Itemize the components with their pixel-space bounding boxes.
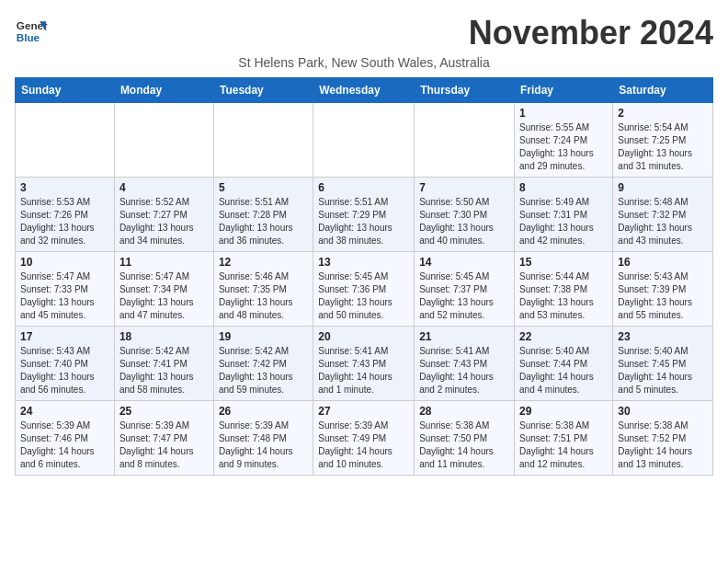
day-info: Sunrise: 5:40 AM Sunset: 7:44 PM Dayligh… xyxy=(519,345,608,396)
day-info: Sunrise: 5:45 AM Sunset: 7:36 PM Dayligh… xyxy=(318,270,409,322)
day-number: 15 xyxy=(519,256,608,269)
calendar-cell: 13Sunrise: 5:45 AM Sunset: 7:36 PM Dayli… xyxy=(313,251,415,326)
header-day-monday: Monday xyxy=(114,77,213,102)
calendar-cell: 24Sunrise: 5:39 AM Sunset: 7:46 PM Dayli… xyxy=(16,400,115,475)
calendar-cell: 3Sunrise: 5:53 AM Sunset: 7:26 PM Daylig… xyxy=(16,177,115,251)
calendar-cell: 18Sunrise: 5:42 AM Sunset: 7:41 PM Dayli… xyxy=(114,326,213,400)
day-info: Sunrise: 5:50 AM Sunset: 7:30 PM Dayligh… xyxy=(419,196,509,247)
day-info: Sunrise: 5:42 AM Sunset: 7:41 PM Dayligh… xyxy=(119,345,209,396)
header-day-tuesday: Tuesday xyxy=(213,77,313,102)
day-number: 29 xyxy=(519,405,608,418)
calendar-cell: 26Sunrise: 5:39 AM Sunset: 7:48 PM Dayli… xyxy=(213,400,313,475)
header-day-friday: Friday xyxy=(515,77,613,102)
calendar-cell: 1Sunrise: 5:55 AM Sunset: 7:24 PM Daylig… xyxy=(515,102,613,177)
day-number: 21 xyxy=(419,330,509,343)
day-info: Sunrise: 5:41 AM Sunset: 7:43 PM Dayligh… xyxy=(419,345,509,396)
header-day-saturday: Saturday xyxy=(613,77,713,102)
day-number: 6 xyxy=(318,181,409,194)
svg-text:Blue: Blue xyxy=(17,31,40,43)
calendar-table: SundayMondayTuesdayWednesdayThursdayFrid… xyxy=(15,77,713,476)
calendar-cell: 6Sunrise: 5:51 AM Sunset: 7:29 PM Daylig… xyxy=(313,177,415,251)
logo-icon: General Blue xyxy=(15,15,48,48)
calendar-cell: 16Sunrise: 5:43 AM Sunset: 7:39 PM Dayli… xyxy=(613,251,713,326)
day-number: 30 xyxy=(618,405,708,418)
day-number: 19 xyxy=(219,330,308,343)
header-day-thursday: Thursday xyxy=(415,77,515,102)
day-info: Sunrise: 5:55 AM Sunset: 7:24 PM Dayligh… xyxy=(519,121,608,173)
day-number: 12 xyxy=(219,256,308,269)
calendar-cell: 14Sunrise: 5:45 AM Sunset: 7:37 PM Dayli… xyxy=(415,251,515,326)
calendar-cell xyxy=(313,102,415,177)
day-number: 1 xyxy=(519,107,608,120)
day-number: 24 xyxy=(20,405,109,418)
calendar-cell xyxy=(114,102,213,177)
calendar-cell: 9Sunrise: 5:48 AM Sunset: 7:32 PM Daylig… xyxy=(613,177,713,251)
calendar-cell: 22Sunrise: 5:40 AM Sunset: 7:44 PM Dayli… xyxy=(515,326,613,400)
day-info: Sunrise: 5:40 AM Sunset: 7:45 PM Dayligh… xyxy=(618,345,708,396)
title-block: November 2024 xyxy=(469,15,713,52)
calendar-cell: 30Sunrise: 5:38 AM Sunset: 7:52 PM Dayli… xyxy=(613,400,713,475)
calendar-cell: 29Sunrise: 5:38 AM Sunset: 7:51 PM Dayli… xyxy=(515,400,613,475)
calendar-cell: 19Sunrise: 5:42 AM Sunset: 7:42 PM Dayli… xyxy=(213,326,313,400)
day-info: Sunrise: 5:41 AM Sunset: 7:43 PM Dayligh… xyxy=(318,345,409,396)
day-info: Sunrise: 5:39 AM Sunset: 7:49 PM Dayligh… xyxy=(318,419,409,471)
day-info: Sunrise: 5:47 AM Sunset: 7:34 PM Dayligh… xyxy=(119,270,209,322)
day-number: 3 xyxy=(20,181,109,194)
day-info: Sunrise: 5:51 AM Sunset: 7:29 PM Dayligh… xyxy=(318,196,409,247)
month-title: November 2024 xyxy=(469,15,713,52)
calendar-cell: 23Sunrise: 5:40 AM Sunset: 7:45 PM Dayli… xyxy=(613,326,713,400)
calendar-cell: 21Sunrise: 5:41 AM Sunset: 7:43 PM Dayli… xyxy=(415,326,515,400)
day-info: Sunrise: 5:38 AM Sunset: 7:51 PM Dayligh… xyxy=(519,419,608,471)
logo: General Blue xyxy=(15,15,48,48)
day-number: 17 xyxy=(20,330,109,343)
calendar-cell: 10Sunrise: 5:47 AM Sunset: 7:33 PM Dayli… xyxy=(16,251,115,326)
day-number: 10 xyxy=(20,256,109,269)
week-row-3: 10Sunrise: 5:47 AM Sunset: 7:33 PM Dayli… xyxy=(16,251,713,326)
calendar-cell: 20Sunrise: 5:41 AM Sunset: 7:43 PM Dayli… xyxy=(313,326,415,400)
week-row-5: 24Sunrise: 5:39 AM Sunset: 7:46 PM Dayli… xyxy=(16,400,713,475)
day-info: Sunrise: 5:39 AM Sunset: 7:48 PM Dayligh… xyxy=(219,419,308,471)
calendar-cell: 27Sunrise: 5:39 AM Sunset: 7:49 PM Dayli… xyxy=(313,400,415,475)
day-info: Sunrise: 5:39 AM Sunset: 7:46 PM Dayligh… xyxy=(20,419,109,471)
page-header: General Blue November 2024 xyxy=(15,15,713,52)
calendar-cell: 12Sunrise: 5:46 AM Sunset: 7:35 PM Dayli… xyxy=(213,251,313,326)
day-number: 2 xyxy=(618,107,708,120)
header-row: SundayMondayTuesdayWednesdayThursdayFrid… xyxy=(16,77,713,102)
header-day-sunday: Sunday xyxy=(16,77,115,102)
day-info: Sunrise: 5:44 AM Sunset: 7:38 PM Dayligh… xyxy=(519,270,608,322)
day-number: 7 xyxy=(419,181,509,194)
day-info: Sunrise: 5:54 AM Sunset: 7:25 PM Dayligh… xyxy=(618,121,708,173)
header-day-wednesday: Wednesday xyxy=(313,77,415,102)
day-info: Sunrise: 5:46 AM Sunset: 7:35 PM Dayligh… xyxy=(219,270,308,322)
day-info: Sunrise: 5:38 AM Sunset: 7:50 PM Dayligh… xyxy=(419,419,509,471)
day-info: Sunrise: 5:52 AM Sunset: 7:27 PM Dayligh… xyxy=(119,196,209,247)
calendar-cell: 5Sunrise: 5:51 AM Sunset: 7:28 PM Daylig… xyxy=(213,177,313,251)
calendar-cell xyxy=(213,102,313,177)
week-row-1: 1Sunrise: 5:55 AM Sunset: 7:24 PM Daylig… xyxy=(16,102,713,177)
calendar-cell xyxy=(16,102,115,177)
day-number: 9 xyxy=(618,181,708,194)
day-number: 20 xyxy=(318,330,409,343)
day-info: Sunrise: 5:43 AM Sunset: 7:40 PM Dayligh… xyxy=(20,345,109,396)
day-info: Sunrise: 5:47 AM Sunset: 7:33 PM Dayligh… xyxy=(20,270,109,322)
calendar-cell xyxy=(415,102,515,177)
week-row-2: 3Sunrise: 5:53 AM Sunset: 7:26 PM Daylig… xyxy=(16,177,713,251)
calendar-cell: 4Sunrise: 5:52 AM Sunset: 7:27 PM Daylig… xyxy=(114,177,213,251)
calendar-cell: 8Sunrise: 5:49 AM Sunset: 7:31 PM Daylig… xyxy=(515,177,613,251)
week-row-4: 17Sunrise: 5:43 AM Sunset: 7:40 PM Dayli… xyxy=(16,326,713,400)
day-info: Sunrise: 5:38 AM Sunset: 7:52 PM Dayligh… xyxy=(618,419,708,471)
day-number: 13 xyxy=(318,256,409,269)
day-info: Sunrise: 5:49 AM Sunset: 7:31 PM Dayligh… xyxy=(519,196,608,247)
calendar-cell: 25Sunrise: 5:39 AM Sunset: 7:47 PM Dayli… xyxy=(114,400,213,475)
day-info: Sunrise: 5:48 AM Sunset: 7:32 PM Dayligh… xyxy=(618,196,708,247)
day-number: 27 xyxy=(318,405,409,418)
day-number: 28 xyxy=(419,405,509,418)
day-number: 5 xyxy=(219,181,308,194)
calendar-cell: 17Sunrise: 5:43 AM Sunset: 7:40 PM Dayli… xyxy=(16,326,115,400)
calendar-cell: 28Sunrise: 5:38 AM Sunset: 7:50 PM Dayli… xyxy=(415,400,515,475)
day-number: 22 xyxy=(519,330,608,343)
day-info: Sunrise: 5:53 AM Sunset: 7:26 PM Dayligh… xyxy=(20,196,109,247)
day-info: Sunrise: 5:39 AM Sunset: 7:47 PM Dayligh… xyxy=(119,419,209,471)
subtitle: St Helens Park, New South Wales, Austral… xyxy=(15,55,713,70)
day-number: 18 xyxy=(119,330,209,343)
